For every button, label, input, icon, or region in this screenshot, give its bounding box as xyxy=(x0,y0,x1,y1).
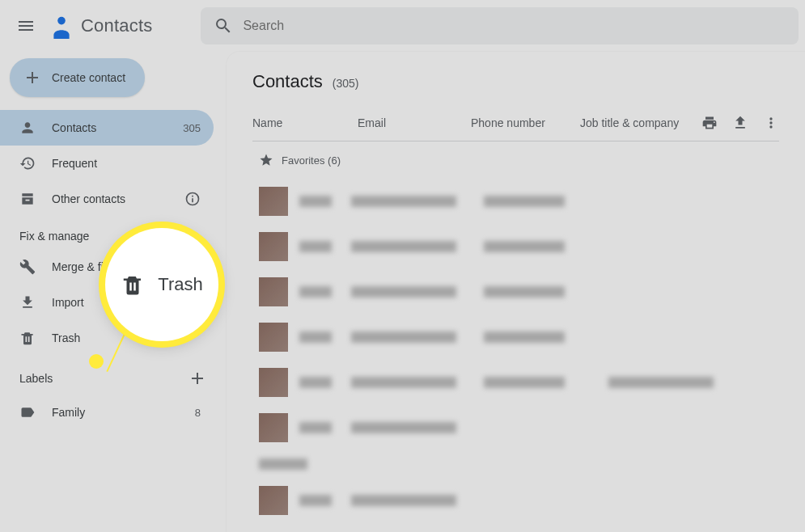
sidebar-item-other-contacts[interactable]: Other contacts xyxy=(0,181,214,217)
page-header: Contacts (305) xyxy=(252,71,779,92)
plus-icon xyxy=(23,68,42,87)
page-count: (305) xyxy=(333,77,359,90)
sidebar-contacts-count: 305 xyxy=(183,122,201,134)
search-icon xyxy=(214,16,233,36)
trash-icon xyxy=(19,330,36,346)
header-actions xyxy=(701,115,779,131)
avatar xyxy=(259,413,288,442)
sidebar-family-count: 8 xyxy=(195,407,201,419)
sidebar-item-frequent[interactable]: Frequent xyxy=(0,146,214,181)
info-icon-button[interactable] xyxy=(184,191,201,207)
export-icon[interactable] xyxy=(732,115,748,131)
history-icon xyxy=(19,155,36,171)
favorites-section-header: Favorites (6) xyxy=(252,141,779,179)
contact-row[interactable] xyxy=(252,224,779,269)
labels-header: Labels xyxy=(0,356,227,395)
add-label-button[interactable] xyxy=(188,369,207,388)
download-icon xyxy=(19,294,36,310)
more-vert-icon[interactable] xyxy=(763,115,779,131)
svg-point-0 xyxy=(57,17,66,25)
sidebar-contacts-label: Contacts xyxy=(52,121,96,134)
app-header: Contacts xyxy=(0,0,805,52)
column-headers: Name Email Phone number Job title & comp… xyxy=(252,105,779,141)
col-job[interactable]: Job title & company xyxy=(580,116,701,129)
avatar xyxy=(259,323,288,352)
plus-icon xyxy=(188,369,207,388)
col-email[interactable]: Email xyxy=(358,116,471,129)
create-contact-label: Create contact xyxy=(52,71,125,84)
avatar xyxy=(259,368,288,397)
avatar xyxy=(259,277,288,306)
search-container xyxy=(201,7,799,44)
sidebar-frequent-label: Frequent xyxy=(52,157,97,170)
callout-label: Trash xyxy=(158,274,202,295)
person-icon xyxy=(19,120,36,136)
avatar xyxy=(259,486,288,515)
sidebar-other-label: Other contacts xyxy=(52,192,125,205)
contact-row[interactable] xyxy=(252,315,779,360)
contact-row[interactable] xyxy=(252,179,779,224)
merge-icon xyxy=(19,259,36,275)
trash-icon xyxy=(121,272,145,297)
app-logo[interactable]: Contacts xyxy=(45,13,152,39)
avatar xyxy=(259,187,288,216)
contact-row[interactable] xyxy=(252,269,779,315)
sidebar-trash-label: Trash xyxy=(52,331,80,344)
favorites-label: Favorites (6) xyxy=(282,154,341,167)
contact-row[interactable] xyxy=(252,450,779,478)
col-phone[interactable]: Phone number xyxy=(471,116,580,129)
archive-icon xyxy=(19,191,36,207)
page-title: Contacts xyxy=(252,71,323,92)
sidebar-family-label: Family xyxy=(52,406,85,419)
app-title: Contacts xyxy=(81,15,152,36)
col-name[interactable]: Name xyxy=(252,116,358,129)
search-bar[interactable] xyxy=(201,7,799,44)
sidebar-merge-label: Merge & fix xyxy=(52,260,109,273)
info-icon xyxy=(184,191,201,207)
contacts-logo-icon xyxy=(49,13,74,39)
create-contact-button[interactable]: Create contact xyxy=(10,58,145,97)
main-content: Contacts (305) Name Email Phone number J… xyxy=(227,52,805,532)
sidebar-import-label: Import xyxy=(52,296,84,309)
contact-row[interactable] xyxy=(252,360,779,405)
search-input[interactable] xyxy=(243,19,786,33)
label-icon xyxy=(19,404,36,420)
sidebar-item-contacts[interactable]: Contacts 305 xyxy=(0,110,214,146)
hamburger-menu-button[interactable] xyxy=(6,6,45,45)
print-icon[interactable] xyxy=(701,115,718,131)
avatar xyxy=(259,232,288,261)
sidebar-label-family[interactable]: Family 8 xyxy=(0,395,214,430)
highlight-callout: Trash xyxy=(105,228,218,341)
contact-row[interactable] xyxy=(252,405,779,450)
hamburger-icon xyxy=(16,16,36,36)
contact-row[interactable] xyxy=(252,478,779,523)
callout-anchor-dot xyxy=(89,354,104,369)
star-icon xyxy=(259,153,273,167)
